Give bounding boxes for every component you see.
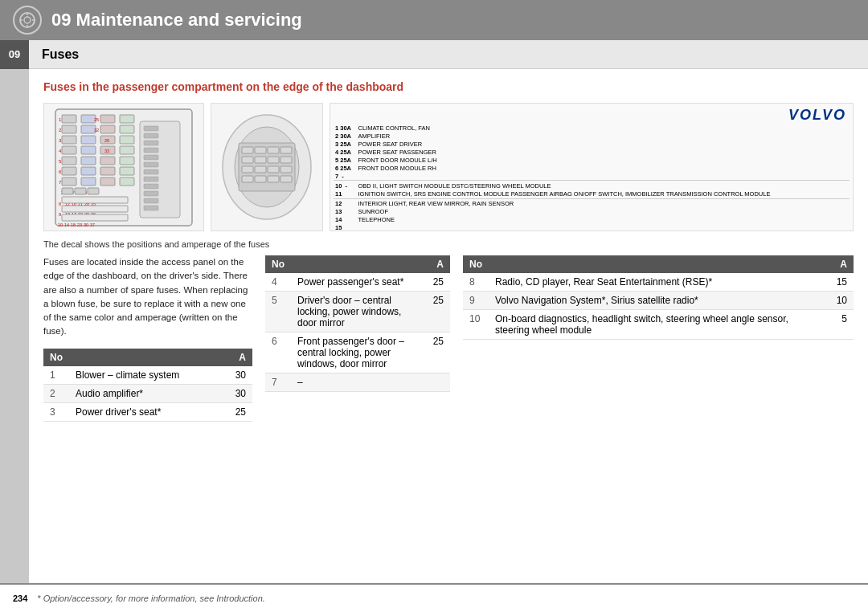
row-number: 1 [43, 366, 69, 385]
footer-note: * Option/accessory, for more information… [37, 594, 264, 603]
left-table-no-header: No [43, 349, 69, 366]
page-number: 234 [13, 594, 27, 603]
svg-text:25: 25 [94, 117, 99, 122]
volvo-fuse-info: VOLVO 1 30ACLIMATE CONTROL, FAN 2 30AAMP… [330, 103, 854, 231]
left-column: Fuses are located inside the access pane… [43, 255, 252, 422]
row-desc: Power passenger's seat* [291, 273, 426, 292]
svg-rect-84 [144, 155, 158, 160]
svg-rect-88 [144, 184, 158, 189]
svg-rect-104 [255, 166, 266, 173]
svg-rect-28 [120, 115, 134, 123]
row-number: 2 [43, 384, 69, 402]
row-amps: 5 [829, 310, 854, 340]
table-row: 4Power passenger's seat*25 [265, 273, 450, 292]
right-table-desc-header [489, 255, 829, 273]
volvo-fuse-table: 1 30ACLIMATE CONTROL, FAN 2 30AAMPLIFIER… [334, 124, 850, 231]
right-column: No A 8Radio, CD player, Rear Seat Entert… [463, 255, 854, 422]
svg-rect-22 [100, 125, 115, 133]
two-column-layout: Fuses are located inside the access pane… [43, 255, 854, 422]
row-amps: 10 [829, 292, 854, 310]
svg-text:26: 26 [104, 138, 109, 143]
section-title: Fuses [29, 47, 79, 62]
svg-text:23: 23 [77, 222, 82, 227]
middle-fuse-table: No A 4Power passenger's seat*255Driver's… [265, 255, 450, 392]
svg-rect-16 [81, 136, 96, 144]
row-desc: Driver's door – central locking, power w… [291, 292, 426, 333]
left-stripe [0, 69, 29, 583]
mid-table-no-header: No [265, 255, 291, 273]
svg-rect-109 [268, 176, 279, 182]
row-number: 6 [265, 333, 291, 373]
svg-text:14: 14 [64, 222, 69, 227]
main-content: Fuses in the passenger compartment on th… [0, 69, 868, 583]
left-table-desc-header [69, 349, 228, 366]
svg-rect-21 [100, 115, 115, 123]
table-row: 1Blower – climate system30 [43, 366, 252, 385]
chapter-icon [13, 6, 42, 35]
diagram-caption: The decal shows the positions and ampera… [43, 239, 854, 249]
svg-rect-90 [144, 198, 158, 203]
chapter-title: Maintenance and servicing [71, 10, 301, 31]
svg-rect-103 [242, 166, 253, 173]
row-number: 3 [43, 402, 69, 421]
svg-rect-7 [62, 115, 76, 123]
svg-rect-99 [242, 157, 253, 163]
right-fuse-table: No A 8Radio, CD player, Rear Seat Entert… [463, 255, 854, 340]
row-number: 5 [265, 292, 291, 333]
right-table-a-header: A [829, 255, 854, 273]
svg-rect-27 [100, 177, 115, 186]
svg-rect-101 [268, 157, 279, 163]
svg-text:32: 32 [94, 128, 99, 133]
svg-rect-100 [255, 157, 266, 163]
content-area: Fuses in the passenger compartment on th… [29, 69, 868, 583]
svg-rect-77 [62, 206, 128, 212]
svg-rect-83 [144, 148, 158, 153]
svg-text:30: 30 [84, 222, 88, 227]
svg-rect-75 [88, 188, 99, 194]
row-desc: – [291, 373, 426, 392]
svg-rect-31 [120, 146, 134, 154]
svg-text:33: 33 [104, 149, 109, 153]
row-amps: 25 [426, 333, 450, 373]
table-row: 5Driver's door – central locking, power … [265, 292, 450, 333]
svg-rect-26 [100, 167, 115, 175]
row-amps: 25 [426, 273, 450, 292]
svg-rect-97 [268, 147, 279, 153]
row-number: 10 [463, 310, 489, 340]
svg-rect-85 [144, 162, 158, 167]
row-amps: 25 [426, 292, 450, 333]
row-amps: 30 [228, 366, 252, 385]
row-amps: 25 [228, 402, 252, 421]
chapter-number: 09 [51, 10, 71, 31]
svg-rect-86 [144, 169, 158, 174]
table-row: 9Volvo Navigation System*, Sirius satell… [463, 292, 854, 310]
body-text: Fuses are located inside the access pane… [43, 255, 252, 339]
svg-rect-34 [120, 177, 134, 186]
svg-rect-30 [120, 136, 134, 144]
table-row: 10On-board diagnostics, headlight switch… [463, 310, 854, 340]
svg-rect-76 [62, 197, 128, 203]
row-desc: Front passenger's door – central locking… [291, 333, 426, 373]
svg-rect-108 [255, 176, 266, 182]
fuse-panel-diagram: 1 2 3 4 5 6 7 2532 2633 202734 81216 [43, 103, 204, 231]
svg-rect-17 [81, 146, 96, 154]
svg-text:37: 37 [90, 222, 95, 227]
table-row: 3Power driver's seat*25 [43, 402, 252, 421]
row-number: 8 [463, 273, 489, 292]
table-row: 2Audio amplifier*30 [43, 384, 252, 402]
svg-text:10: 10 [58, 222, 63, 227]
row-desc: Audio amplifier* [69, 384, 228, 402]
row-desc: On-board diagnostics, headlight switch, … [489, 310, 829, 340]
row-desc: Volvo Navigation System*, Sirius satelli… [489, 292, 829, 310]
svg-rect-106 [280, 166, 292, 173]
svg-rect-95 [242, 147, 253, 153]
svg-rect-98 [280, 147, 292, 153]
svg-rect-87 [144, 177, 158, 182]
svg-rect-8 [62, 125, 76, 133]
svg-rect-89 [144, 191, 158, 196]
left-fuse-table: No A 1Blower – climate system302Audio am… [43, 349, 252, 422]
page-header: 09 Maintenance and servicing [0, 0, 868, 40]
row-amps [426, 373, 450, 392]
svg-rect-33 [120, 167, 134, 175]
table-row: 6Front passenger's door – central lockin… [265, 333, 450, 373]
